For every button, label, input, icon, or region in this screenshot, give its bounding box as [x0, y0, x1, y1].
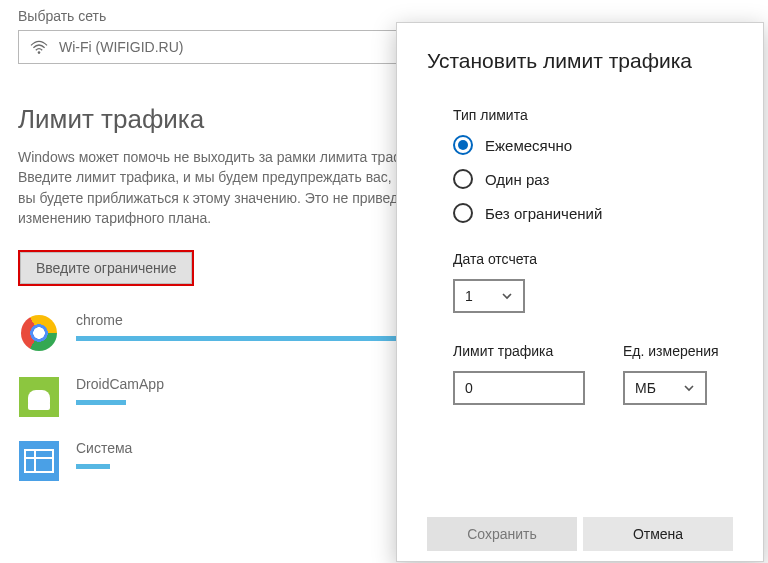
- radio-once[interactable]: Один раз: [453, 169, 733, 189]
- section-description: Windows может помочь не выходить за рамк…: [18, 147, 438, 228]
- dialog-title: Установить лимит трафика: [427, 49, 733, 73]
- save-button[interactable]: Сохранить: [427, 517, 577, 551]
- chevron-down-icon: [501, 290, 513, 302]
- limit-type-radio-group: Ежемесячно Один раз Без ограничений: [453, 135, 733, 223]
- unit-select[interactable]: МБ: [623, 371, 707, 405]
- limit-type-label: Тип лимита: [453, 107, 733, 123]
- chrome-icon: [18, 312, 60, 354]
- data-limit-input[interactable]: 0: [453, 371, 585, 405]
- usage-bar: [76, 464, 396, 469]
- cancel-button[interactable]: Отмена: [583, 517, 733, 551]
- reset-date-label: Дата отсчета: [453, 251, 733, 267]
- radio-icon: [453, 169, 473, 189]
- usage-bar: [76, 400, 396, 405]
- radio-label: Ежемесячно: [485, 137, 572, 154]
- unit-label: Ед. измерения: [623, 343, 719, 359]
- data-limit-value: 0: [465, 380, 473, 396]
- set-data-limit-dialog: Установить лимит трафика Тип лимита Ежем…: [396, 22, 764, 562]
- radio-monthly[interactable]: Ежемесячно: [453, 135, 733, 155]
- radio-label: Без ограничений: [485, 205, 602, 222]
- enter-limit-button[interactable]: Введите ограничение: [18, 250, 194, 286]
- chevron-down-icon: [683, 382, 695, 394]
- radio-unlimited[interactable]: Без ограничений: [453, 203, 733, 223]
- unit-value: МБ: [635, 380, 656, 396]
- system-icon: [18, 440, 60, 482]
- data-limit-label: Лимит трафика: [453, 343, 585, 359]
- radio-label: Один раз: [485, 171, 549, 188]
- network-name: Wi-Fi (WIFIGID.RU): [59, 39, 183, 55]
- radio-icon: [453, 203, 473, 223]
- android-icon: [18, 376, 60, 418]
- radio-icon: [453, 135, 473, 155]
- reset-date-select[interactable]: 1: [453, 279, 525, 313]
- svg-point-0: [38, 51, 41, 54]
- usage-bar: [76, 336, 396, 341]
- reset-date-value: 1: [465, 288, 473, 304]
- wifi-icon: [29, 39, 49, 55]
